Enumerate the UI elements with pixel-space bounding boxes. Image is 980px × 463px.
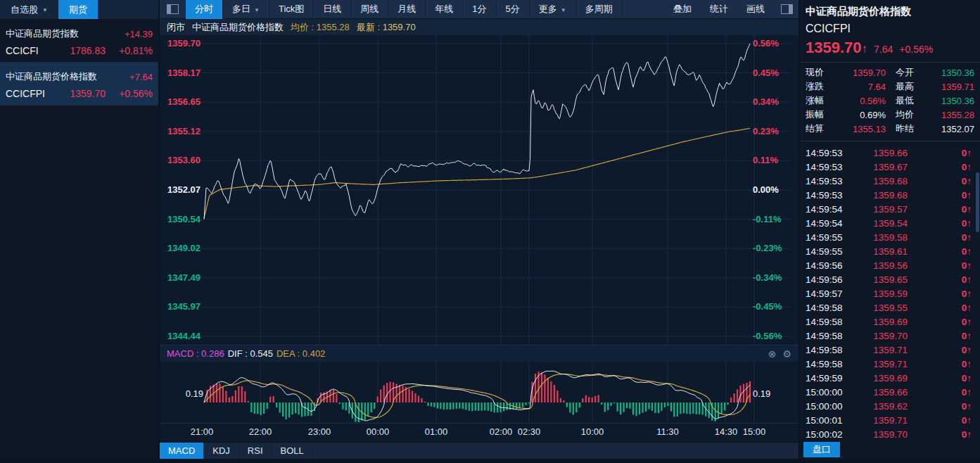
indicator-tab[interactable]: RSI — [239, 443, 272, 459]
watchlist-item[interactable]: 中证商品期货价格指数+7.64CCICFPI1359.70+0.56% — [0, 63, 158, 106]
period-tab[interactable]: 1分 — [463, 0, 496, 19]
quote-name: 中证商品期货价格指数 — [806, 4, 974, 18]
pct-axis-label: -0.45% — [753, 301, 782, 312]
tick-price: 1359.61 — [855, 246, 908, 257]
macd-pane[interactable]: 0.19 0.19 — [160, 362, 798, 424]
tick-price: 1359.68 — [855, 190, 908, 201]
tab-label: 分时 — [195, 3, 213, 15]
instrument-change: +7.64 — [129, 72, 153, 82]
tick-price: 1359.54 — [855, 218, 908, 229]
watchlist-item[interactable]: 中证商品期货指数+14.39CCICFI1786.83+0.81% — [0, 20, 158, 63]
tick-time: 14:59:54 — [806, 218, 855, 229]
tick-volume: 0↑ — [962, 246, 972, 257]
tab-label: 期货 — [69, 4, 87, 16]
y-axis-label: 1349.02 — [164, 243, 201, 253]
quote-panel: 中证商品期货价格指数 CCICFPI 1359.70↑ 7.64 +0.56% … — [798, 0, 980, 459]
tick-row: 14:59:571359.590↑ — [806, 286, 974, 300]
tick-row: 14:59:591359.690↑ — [806, 371, 974, 385]
tick-volume: 0↑ — [962, 345, 972, 355]
x-axis-label: 14:30 — [715, 426, 738, 437]
period-tab[interactable]: 更多▼ — [530, 0, 576, 19]
period-tab[interactable]: 多日▼ — [223, 0, 269, 19]
pct-axis-label: 0.45% — [753, 68, 779, 78]
instrument-price: 1786.83 — [55, 45, 106, 56]
stat-label: 今开 — [886, 66, 922, 79]
tick-volume: 0↑ — [962, 415, 972, 426]
macd-axis-label-left: 0.19 — [165, 388, 203, 399]
main-chart[interactable]: 1359.701358.171356.651355.121353.601352.… — [160, 35, 798, 345]
stat-value: 1359.71 — [922, 82, 974, 92]
instrument-pct: +0.81% — [119, 45, 153, 56]
scrollbar-thumb[interactable] — [976, 172, 979, 232]
indicator-tab[interactable]: BOLL — [272, 443, 313, 459]
tab-label: 5分 — [506, 3, 520, 15]
instrument-code: CCICFPI — [6, 88, 55, 99]
up-arrow-icon: ↑ — [862, 42, 868, 56]
watchlist: 中证商品期货指数+14.39CCICFI1786.83+0.81%中证商品期货价… — [0, 20, 158, 106]
tick-volume: 0↑ — [962, 218, 972, 229]
pct-axis-label: 0.11% — [753, 155, 778, 165]
tick-list[interactable]: 14:59:531359.660↑14:59:531359.670↑14:59:… — [806, 144, 974, 441]
dea-value: DEA : 0.402 — [276, 348, 325, 359]
tick-price: 1359.57 — [855, 204, 908, 215]
collapse-left-panel-icon[interactable] — [167, 4, 179, 14]
period-tab[interactable]: 分时 — [186, 0, 223, 19]
tick-volume: 0↑ — [962, 303, 972, 313]
close-indicator-icon[interactable]: ⊗ — [768, 349, 777, 359]
tick-price: 1359.56 — [855, 260, 908, 271]
market-status: 闭市 — [167, 21, 185, 34]
indicator-tab[interactable]: KDJ — [204, 443, 239, 459]
stat-label: 振幅 — [806, 108, 834, 121]
x-axis-label: 10:00 — [581, 426, 604, 437]
period-tab[interactable]: 日线 — [314, 0, 351, 19]
x-axis-label: 00:00 — [367, 426, 390, 437]
x-axis-label: 23:00 — [308, 426, 331, 437]
period-tab[interactable]: 多周期 — [576, 0, 623, 19]
macd-chart-svg — [160, 362, 798, 424]
tick-price: 1359.71 — [855, 345, 908, 355]
indicator-tabs: MACDKDJRSIBOLL — [160, 442, 798, 459]
x-axis-label: 15:00 — [743, 426, 766, 437]
x-axis-label: 01:00 — [425, 426, 448, 437]
draw-line-button[interactable]: 画线 — [737, 3, 774, 15]
period-tab[interactable]: Tick图 — [269, 0, 314, 19]
tick-volume: 0↑ — [962, 429, 972, 440]
tick-volume: 0↑ — [962, 288, 972, 299]
tick-volume: 0↑ — [962, 190, 972, 201]
statistics-button[interactable]: 统计 — [701, 3, 737, 15]
pct-axis-label: -0.23% — [753, 243, 782, 253]
tick-time: 14:59:55 — [806, 232, 855, 243]
tick-row: 15:00:001359.620↑ — [806, 399, 974, 413]
last-price-readout: 最新 : 1359.70 — [357, 21, 416, 34]
period-tab[interactable]: 月线 — [388, 0, 426, 19]
tick-row: 14:59:551359.580↑ — [806, 230, 974, 244]
tick-volume: 0↑ — [962, 317, 972, 327]
period-tab[interactable]: 5分 — [497, 0, 530, 19]
tick-price: 1359.65 — [855, 274, 908, 285]
instrument-name: 中证商品期货价格指数 — [6, 70, 97, 83]
tick-time: 14:59:56 — [806, 260, 855, 271]
instrument-pct: +0.56% — [119, 88, 153, 99]
chevron-down-icon: ▼ — [561, 7, 566, 13]
instrument-change: +14.39 — [125, 29, 153, 39]
indicator-tab[interactable]: MACD — [160, 443, 204, 459]
tick-time: 14:59:58 — [806, 331, 855, 341]
tick-time: 14:59:53 — [806, 190, 855, 201]
tab-label: 周线 — [360, 3, 378, 15]
indicator-settings-gear-icon[interactable]: ⚙ — [782, 349, 791, 359]
sidebar-topbar: 自选股▼期货 — [0, 0, 158, 20]
collapse-right-panel-icon[interactable] — [781, 4, 793, 14]
pankou-button[interactable]: 盘口 — [803, 442, 840, 457]
tick-price: 1359.69 — [855, 373, 908, 383]
watchlist-group-tab[interactable]: 自选股▼ — [0, 0, 58, 19]
period-tab[interactable]: 周线 — [351, 0, 388, 19]
tab-label: 多周期 — [585, 3, 613, 15]
futures-group-tab[interactable]: 期货 — [58, 0, 98, 19]
y-axis-label: 1345.97 — [164, 301, 201, 312]
tab-label: 1分 — [472, 3, 486, 15]
instrument-price: 1359.70 — [55, 88, 106, 99]
tick-time: 14:59:56 — [806, 274, 855, 285]
period-tab[interactable]: 年线 — [426, 0, 463, 19]
overlay-button[interactable]: 叠加 — [664, 3, 701, 15]
stat-value: 7.64 — [834, 82, 886, 92]
